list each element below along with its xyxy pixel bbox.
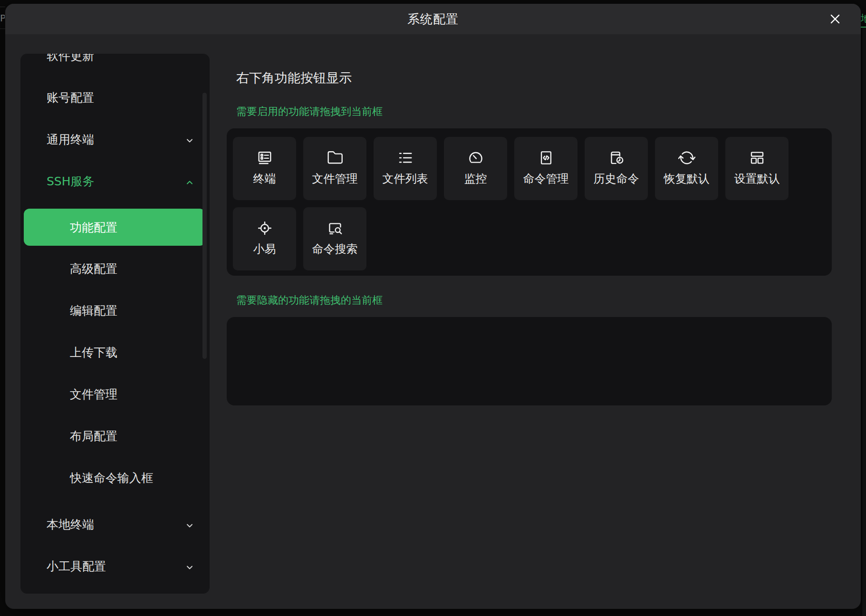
close-button[interactable] [828,11,843,27]
screen-search-icon [327,220,344,237]
function-card-label: 命令搜索 [312,241,358,257]
function-card-label: 设置默认 [734,171,780,186]
sidebar-item-label: 通用终端 [47,132,94,147]
sidebar-item-ssh-service[interactable]: SSH服务 [20,160,210,202]
sidebar-item-advanced-config[interactable]: 高级配置 [20,248,210,289]
sidebar-item-label: 账号配置 [47,90,94,106]
folder-icon [327,149,344,166]
refresh-icon [678,149,695,166]
sidebar-item-label: 功能配置 [70,220,117,235]
sidebar-item-file-management[interactable]: 文件管理 [20,373,210,415]
hidden-functions-hint: 需要隐藏的功能请拖拽的当前框 [236,293,383,308]
gauge-icon [467,149,484,166]
sidebar-item-label: 上传下载 [70,345,117,360]
sidebar-item-general-terminal[interactable]: 通用终端 [20,118,210,160]
function-card-file-list[interactable]: 文件列表 [374,137,437,200]
function-card-label: 监控 [464,171,487,186]
function-card-terminal[interactable]: 终端 [233,137,296,200]
sidebar-item-local-terminal[interactable]: 本地终端 [20,503,210,545]
sidebar-item-edit-config[interactable]: 编辑配置 [20,289,210,331]
dialog-titlebar: 系统配置 [5,4,861,34]
function-card-label: 文件管理 [312,171,358,186]
sidebar-item-function-config[interactable]: 功能配置 [24,209,205,246]
sidebar-item-quick-command-input[interactable]: 快速命令输入框 [20,457,210,499]
hidden-functions-dropzone[interactable] [227,317,832,405]
sidebar-item-label: 编辑配置 [70,303,117,318]
function-card-label: 历史命令 [594,171,639,186]
function-card-command-search[interactable]: 命令搜索 [303,207,366,270]
function-card-file-manager[interactable]: 文件管理 [303,137,366,200]
history-clock-icon [608,149,625,166]
system-config-dialog: 系统配置 软件更新账号配置通用终端SSH服务功能配置高级配置编辑配置上传下载文件… [5,4,861,609]
enabled-functions-dropzone[interactable]: 终端文件管理文件列表监控命令管理历史命令恢复默认设置默认小易命令搜索 [227,128,832,276]
sidebar-item-label: 高级配置 [70,261,117,277]
layout-icon [749,149,766,166]
function-card-label: 文件列表 [383,171,428,186]
sidebar-item-label: 快速命令输入框 [70,470,153,486]
list-icon [397,149,414,166]
close-icon [828,12,842,26]
chevron-down-icon [185,561,194,571]
background-text-fragment-left: PF [0,12,5,24]
function-card-restore-default[interactable]: 恢复默认 [655,137,718,200]
function-card-monitor[interactable]: 监控 [444,137,507,200]
sidebar-item-widget-config[interactable]: 小工具配置 [20,545,210,587]
sidebar-item-account-config[interactable]: 账号配置 [20,77,210,118]
function-card-history-command[interactable]: 历史命令 [585,137,648,200]
background-green-underline [861,27,866,28]
terminal-panel-icon [256,149,273,166]
sidebar-item-label: 小工具配置 [47,558,106,574]
sidebar-menu: 软件更新账号配置通用终端SSH服务功能配置高级配置编辑配置上传下载文件管理布局配… [20,54,210,594]
sidebar-item-software-update[interactable]: 软件更新 [20,54,210,77]
chevron-up-icon [185,176,194,186]
dialog-title: 系统配置 [407,11,459,28]
function-card-label: 小易 [253,241,276,257]
chevron-down-icon [185,135,194,144]
background-divider-top [0,7,5,7]
sidebar-scrollbar-thumb[interactable] [202,93,207,359]
code-window-icon [538,149,555,166]
page-title: 右下角功能按钮显示 [236,69,352,87]
sidebar-item-label: 文件管理 [70,386,117,402]
background-panel-edge [862,28,866,616]
sidebar-item-layout-config[interactable]: 布局配置 [20,415,210,457]
background-divider-bottom [0,29,5,29]
function-card-xiaoyi[interactable]: 小易 [233,207,296,270]
sidebar-item-upload-download[interactable]: 上传下载 [20,331,210,373]
sidebar-item-label: SSH服务 [47,173,95,189]
enabled-functions-hint: 需要启用的功能请拖拽到当前框 [236,105,383,119]
function-card-label: 恢复默认 [664,171,710,186]
sidebar-item-label: 软件更新 [47,54,94,64]
function-card-label: 命令管理 [523,171,569,186]
target-icon [256,220,273,237]
sidebar-item-label: 布局配置 [70,428,117,444]
sidebar-item-label: 本地终端 [47,517,94,532]
function-card-set-default[interactable]: 设置默认 [725,137,789,200]
chevron-down-icon [185,520,194,529]
background-text-fragment-right: 地 [861,12,866,25]
function-card-command-manager[interactable]: 命令管理 [514,137,577,200]
function-card-label: 终端 [253,171,276,186]
